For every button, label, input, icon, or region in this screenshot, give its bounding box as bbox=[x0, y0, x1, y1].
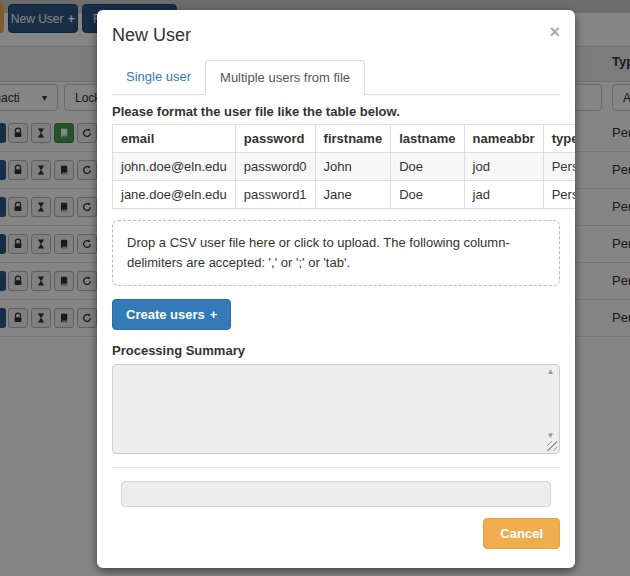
cell-email: john.doe@eln.edu bbox=[113, 153, 236, 181]
tab-single-user[interactable]: Single user bbox=[112, 60, 205, 94]
header-lastname: lastname bbox=[391, 125, 464, 153]
cell-password: password1 bbox=[235, 181, 315, 209]
new-user-modal: New User × Single user Multiple users fr… bbox=[97, 10, 575, 568]
scroll-up-icon[interactable]: ▲ bbox=[547, 368, 555, 376]
header-nameabbr: nameabbr bbox=[464, 125, 543, 153]
cell-password: password0 bbox=[235, 153, 315, 181]
cell-lastname: Doe bbox=[391, 181, 464, 209]
plus-icon: + bbox=[210, 307, 218, 322]
cell-firstname: John bbox=[315, 153, 391, 181]
processing-summary-label: Processing Summary bbox=[112, 343, 560, 358]
cancel-button[interactable]: Cancel bbox=[483, 518, 560, 549]
footer-actions: Cancel bbox=[112, 507, 560, 549]
tab-multiple-users[interactable]: Multiple users from file bbox=[205, 60, 365, 95]
create-users-button[interactable]: Create users + bbox=[112, 299, 231, 330]
cell-nameabbr: jad bbox=[464, 181, 543, 209]
header-type: type bbox=[543, 125, 575, 153]
header-firstname: firstname bbox=[315, 125, 391, 153]
cell-lastname: Doe bbox=[391, 153, 464, 181]
format-instruction: Please format the user file like the tab… bbox=[112, 104, 560, 119]
processing-summary-textarea[interactable]: ▲ ▼ bbox=[112, 364, 560, 454]
cell-email: jane.doe@eln.edu bbox=[113, 181, 236, 209]
cell-nameabbr: jod bbox=[464, 153, 543, 181]
scrollbar[interactable]: ▲ ▼ bbox=[543, 366, 558, 452]
table-row: john.doe@eln.edu password0 John Doe jod … bbox=[113, 153, 576, 181]
cell-type: Person bbox=[543, 153, 575, 181]
modal-header: New User × bbox=[97, 10, 575, 56]
progress-bar bbox=[121, 481, 551, 507]
create-users-label: Create users bbox=[126, 307, 205, 322]
header-password: password bbox=[235, 125, 315, 153]
modal-footer: Cancel bbox=[112, 467, 560, 549]
modal-title: New User bbox=[112, 25, 191, 45]
header-email: email bbox=[113, 125, 236, 153]
table-row: jane.doe@eln.edu password1 Jane Doe jad … bbox=[113, 181, 576, 209]
csv-dropzone[interactable]: Drop a CSV user file here or click to up… bbox=[112, 220, 560, 286]
tab-bar: Single user Multiple users from file bbox=[112, 60, 560, 95]
resize-grip-icon[interactable] bbox=[547, 441, 557, 451]
close-icon[interactable]: × bbox=[549, 23, 560, 41]
sample-user-table: email password firstname lastname nameab… bbox=[112, 124, 575, 209]
scroll-down-icon[interactable]: ▼ bbox=[547, 432, 555, 440]
modal-body: Single user Multiple users from file Ple… bbox=[97, 60, 575, 549]
cell-type: Person bbox=[543, 181, 575, 209]
table-header-row: email password firstname lastname nameab… bbox=[113, 125, 576, 153]
cell-firstname: Jane bbox=[315, 181, 391, 209]
